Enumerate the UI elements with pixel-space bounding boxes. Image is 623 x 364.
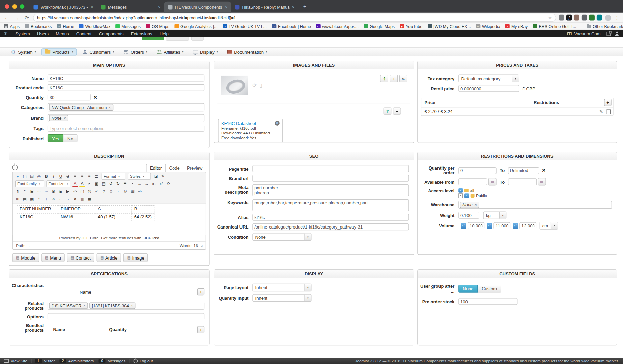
tab-close-icon[interactable]: ✕ [91, 5, 93, 9]
volume-unit-select[interactable]: cm▾ [540, 222, 558, 229]
bookmark-star-icon[interactable]: ☆ [548, 16, 552, 20]
calendar-icon[interactable]: ▦ [488, 178, 497, 185]
editor-merge-cells-icon[interactable]: ▦ [86, 196, 93, 202]
user-menu-icon[interactable] [615, 32, 619, 36]
joomla-menu-item[interactable]: Components [95, 31, 127, 36]
page-title-input[interactable] [252, 165, 409, 172]
tab-code[interactable]: Code [166, 164, 183, 172]
browser-tab[interactable]: WorkflowMax | J003573 - Chi... ✕ [30, 2, 97, 13]
editor-row-below-icon[interactable]: ↓ [43, 196, 50, 202]
bookmark-item[interactable]: Google Analytics |... [174, 24, 217, 28]
hikashop-menu-item[interactable]: System ▾ [7, 48, 39, 55]
editor-find-icon[interactable]: ◎ [36, 173, 43, 179]
chip-remove-icon[interactable]: ✕ [131, 304, 133, 308]
add-price-button[interactable]: + [604, 99, 611, 106]
joomla-menu-item[interactable]: Extensions [127, 31, 156, 36]
file-link[interactable]: KF16C Datasheet [221, 121, 275, 126]
extension-icon[interactable] [559, 15, 564, 21]
bookmark-item[interactable]: f Facebook | Home [272, 24, 311, 28]
brand-url-input[interactable] [252, 175, 409, 182]
published-no-button[interactable]: No [63, 134, 78, 142]
editor-col-left-icon[interactable]: ← [57, 196, 64, 202]
new-tab-button[interactable]: + [298, 3, 311, 9]
editor-col-right-icon[interactable]: → [65, 196, 71, 202]
bookmark-item[interactable]: WorkflowMax [79, 24, 110, 28]
extension-icon[interactable] [582, 15, 587, 21]
editor-underline-icon[interactable]: U [57, 173, 64, 179]
back-button[interactable]: ← [3, 14, 10, 21]
editor-paragraph-icon[interactable]: ¶ [15, 188, 21, 194]
editor-image-icon[interactable]: ▣ [57, 188, 64, 194]
bookmark-item[interactable]: Bookmarks [25, 24, 52, 28]
published-yes-button[interactable]: Yes [48, 134, 63, 142]
editor-bullet-list-icon[interactable]: • [129, 181, 136, 187]
volume-dimension-input[interactable] [468, 222, 484, 229]
weight-unit-select[interactable]: kg▾ [483, 212, 507, 219]
profile-avatar[interactable] [605, 14, 611, 21]
hikashop-menu-item[interactable]: Affiliates ▾ [153, 48, 187, 55]
other-bookmarks-button[interactable]: Other Bookmarks [587, 24, 623, 28]
footer-stat-link[interactable]: 0 Messages [98, 359, 125, 363]
editor-bold-icon[interactable]: B [43, 173, 50, 179]
editor-brush-icon[interactable]: ✎ [160, 173, 166, 179]
tags-input[interactable] [48, 125, 204, 132]
editor-preview-icon[interactable]: ◎ [86, 188, 93, 194]
editor-newdoc-icon[interactable]: ▢ [22, 173, 28, 179]
extension-icon[interactable]: ƒ [566, 15, 572, 21]
bookmark-item[interactable]: e My eBay [505, 24, 528, 28]
editor-cut-icon[interactable]: ✂ [86, 181, 92, 187]
product-code-input[interactable] [48, 84, 204, 91]
tab-close-icon[interactable]: ✕ [292, 5, 295, 9]
volume-dimension-input[interactable] [493, 222, 510, 229]
pre-order-stock-input[interactable] [458, 298, 517, 305]
bookmark-item[interactable]: BT www.bt.com/apps... [316, 24, 359, 28]
forward-button[interactable]: → [13, 14, 20, 21]
insert-button[interactable]: ▤Menu [41, 253, 65, 262]
checkbox-checked-icon[interactable]: ✓ [464, 193, 469, 198]
editor-charmap-icon[interactable]: Ω [165, 181, 172, 187]
editor-align-center-icon[interactable]: ≡ [79, 173, 85, 179]
joomla-menu-item[interactable]: Content [73, 31, 95, 36]
extension-icon[interactable] [589, 15, 595, 21]
editor-backcolor-icon[interactable]: A [79, 181, 85, 187]
editor-redo-icon[interactable]: ↻ [115, 181, 121, 187]
image-add-button[interactable]: + [390, 75, 398, 82]
alias-input[interactable] [252, 214, 409, 221]
editor-blockquote-icon[interactable]: “ [22, 188, 28, 194]
keywords-textarea[interactable]: range,mbar,bar,temperature,pressure,pine… [252, 199, 409, 211]
site-name-link[interactable]: ITL Vacuum Com... [567, 31, 611, 36]
warehouse-field[interactable]: None✕ [458, 201, 612, 209]
browser-tab[interactable]: HikaShop - Reply: Manual Ship... ✕ [231, 2, 299, 13]
editor-font-size-select[interactable]: Font size▾ [46, 180, 70, 187]
editor-unlink-icon[interactable]: ∞ [43, 188, 50, 194]
bookmark-item[interactable]: ⌂ Home [57, 24, 74, 28]
editor-ordered-list-icon[interactable]: ≣ [122, 181, 129, 187]
editor-align-left-icon[interactable]: ≡ [72, 173, 78, 179]
user-group-custom-button[interactable]: Custom [478, 285, 501, 292]
editor-code-icon[interactable]: <> [72, 188, 78, 194]
insert-button[interactable]: ▤Article [97, 253, 121, 262]
editor-anchor-icon[interactable]: ◉ [50, 188, 57, 194]
editor-row-delete-icon[interactable]: ✕ [50, 196, 57, 202]
editor-row-above-icon[interactable]: ↑ [36, 196, 43, 202]
hikashop-menu-item[interactable]: Customers ▾ [79, 48, 118, 55]
editor-toggle-power-button[interactable] [12, 165, 18, 170]
editor-align-right-icon[interactable]: ≡ [86, 173, 93, 179]
canonical-url-input[interactable] [252, 223, 409, 230]
editor-format-select[interactable]: Format▾ [102, 173, 125, 180]
bookmark-item[interactable]: BRS Online Golf T... [533, 24, 576, 28]
quantity-per-order-max-input[interactable] [508, 167, 539, 174]
dimension-resize-icon[interactable]: ⇄ [461, 223, 466, 229]
editor-font-family-select[interactable]: Font family▾ [15, 180, 44, 187]
user-group-none-button[interactable]: None [458, 285, 478, 292]
browser-menu-icon[interactable]: ⋮ [614, 15, 620, 20]
editor-forecolor-icon[interactable]: A [72, 181, 78, 187]
hikashop-menu-item[interactable]: Documentation ▾ [223, 48, 271, 55]
product-name-input[interactable] [48, 74, 204, 81]
hikashop-menu-item[interactable]: Products ▾ [41, 48, 77, 55]
file-delete-button[interactable]: ✕ [275, 121, 280, 126]
add-characteristic-button[interactable]: + [197, 288, 204, 295]
editor-abbr-icon[interactable]: ab [137, 188, 143, 194]
editor-fullscreen-icon[interactable]: ▢ [79, 188, 85, 194]
extension-icon[interactable] [574, 15, 579, 21]
